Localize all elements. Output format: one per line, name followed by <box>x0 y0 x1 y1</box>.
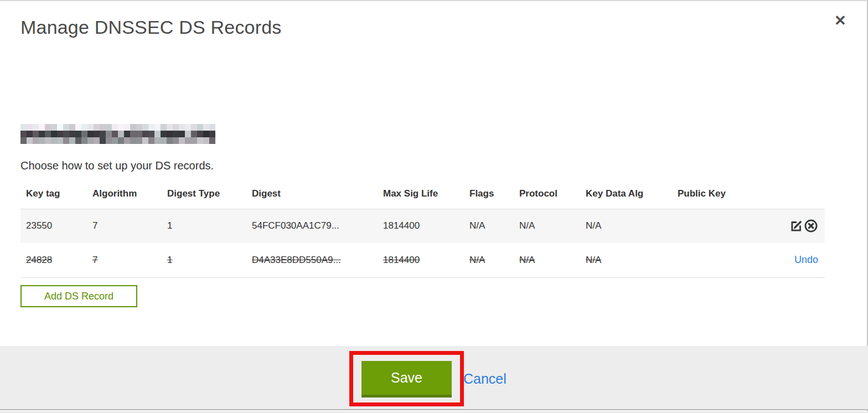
cell-protocol: N/A <box>514 209 580 243</box>
cancel-link[interactable]: Cancel <box>463 371 507 387</box>
table-header-row: Key tag Algorithm Digest Type Digest Max… <box>20 179 825 209</box>
cell-public-key <box>672 243 772 277</box>
col-header-algorithm: Algorithm <box>87 179 162 209</box>
table-row-deleted: 24828 7 1 D4A33E8DD550A9... 1814400 N/A … <box>20 243 825 277</box>
cell-max-sig-life: 1814400 <box>378 243 464 277</box>
cell-protocol: N/A <box>514 243 580 277</box>
col-header-digest-type: Digest Type <box>162 179 246 209</box>
cell-digest-type: 1 <box>162 209 246 243</box>
col-header-digest: Digest <box>246 179 378 209</box>
row-actions: Undo <box>772 243 825 277</box>
cell-digest-type: 1 <box>162 243 246 277</box>
cell-flags: N/A <box>464 209 514 243</box>
col-header-max-sig-life: Max Sig Life <box>378 179 464 209</box>
row-actions <box>772 209 825 243</box>
col-header-flags: Flags <box>464 179 514 209</box>
cell-key-data-alg: N/A <box>580 243 672 277</box>
cell-digest: D4A33E8DD550A9... <box>246 243 378 277</box>
table-row: 23550 7 1 54FCF030AA1C79... 1814400 N/A … <box>20 209 825 243</box>
dialog-title: Manage DNSSEC DS Records <box>20 17 282 38</box>
col-header-public-key: Public Key <box>672 179 772 209</box>
cell-key-data-alg: N/A <box>580 209 672 243</box>
cell-digest: 54FCF030AA1C79... <box>246 209 378 243</box>
close-icon[interactable]: ✕ <box>832 12 849 29</box>
edit-icon[interactable] <box>789 219 804 233</box>
cell-key-tag: 24828 <box>20 243 87 277</box>
save-button[interactable]: Save <box>361 361 452 397</box>
cell-key-tag: 23550 <box>20 209 87 243</box>
col-header-key-data-alg: Key Data Alg <box>580 179 672 209</box>
col-header-key-tag: Key tag <box>20 179 87 209</box>
add-ds-record-button[interactable]: Add DS Record <box>20 285 137 307</box>
cell-public-key <box>672 209 772 243</box>
undo-link[interactable]: Undo <box>794 254 818 265</box>
instruction-text: Choose how to set up your DS records. <box>20 159 214 172</box>
redacted-domain-name <box>20 124 215 144</box>
cell-algorithm: 7 <box>87 243 162 277</box>
ds-records-table: Key tag Algorithm Digest Type Digest Max… <box>20 179 825 278</box>
cell-algorithm: 7 <box>87 209 162 243</box>
manage-dnssec-dialog: Manage DNSSEC DS Records ✕ Choose how to… <box>0 0 868 413</box>
delete-icon[interactable] <box>804 219 818 233</box>
col-header-actions <box>772 179 825 209</box>
cell-max-sig-life: 1814400 <box>378 209 464 243</box>
col-header-protocol: Protocol <box>514 179 580 209</box>
cell-flags: N/A <box>464 243 514 277</box>
